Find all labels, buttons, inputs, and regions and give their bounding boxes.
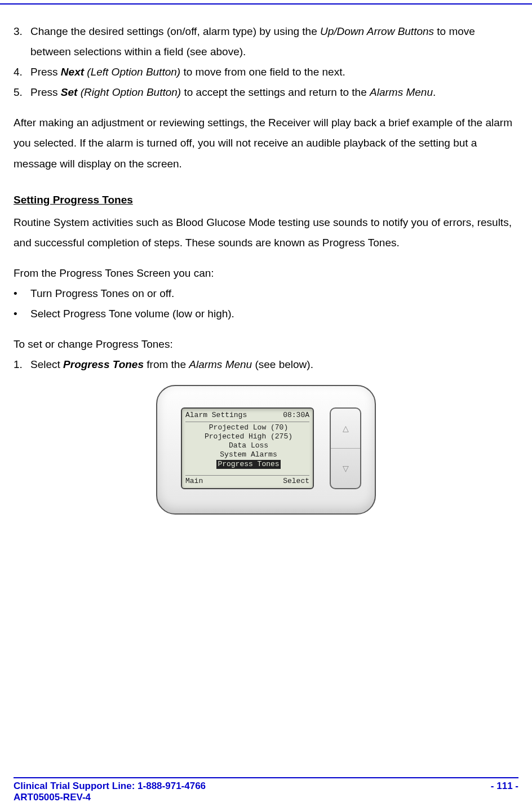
step-5: 5. Press Set (Right Option Button) to ac… (14, 82, 518, 103)
triangle-down-icon: ▽ (343, 461, 349, 476)
softkey-left: Main (185, 477, 203, 486)
emphasis: Up/Down Arrow Buttons (320, 25, 434, 37)
device-illustration: Alarm Settings 08:30A Projected Low (70)… (14, 385, 518, 521)
step-number: 3. (14, 21, 30, 62)
section-heading: Setting Progress Tones (14, 190, 518, 210)
footer-rule (14, 777, 518, 778)
menu-item: System Alarms (188, 450, 309, 459)
text: to move from one field to the next. (180, 66, 345, 78)
text: Press (30, 86, 61, 98)
bullet-item: • Turn Progress Tones on or off. (14, 283, 518, 304)
paragraph-playback: After making an adjustment or reviewing … (14, 113, 518, 174)
text: Select (30, 358, 63, 370)
step-body: Press Next (Left Option Button) to move … (30, 62, 518, 82)
bullet-icon: • (14, 304, 30, 324)
menu-item: Data Loss (188, 441, 309, 450)
arrow-button-column: △ ▽ (330, 407, 361, 489)
lead-text: From the Progress Tones Screen you can: (14, 263, 518, 283)
text: Press (30, 66, 61, 78)
softkey-row: Main Select (185, 475, 309, 486)
screen-title-row: Alarm Settings 08:30A (185, 411, 309, 422)
down-arrow-button: ▽ (331, 449, 360, 488)
step-number: 1. (14, 354, 30, 375)
screen-title: Alarm Settings (185, 411, 247, 420)
emphasis-strong: Next (61, 66, 84, 78)
text: . (433, 86, 436, 98)
text: to accept the settings and return to the (181, 86, 370, 98)
emphasis: (Right Option Button) (77, 86, 181, 98)
selected-highlight: Progress Tones (216, 460, 280, 469)
emphasis: Alarms Menu (370, 86, 433, 98)
step-3: 3. Change the desired settings (on/off, … (14, 21, 518, 62)
emphasis-strong: Progress Tones (63, 358, 144, 370)
footer-page-number: - 111 - (491, 781, 518, 792)
triangle-up-icon: △ (343, 421, 349, 436)
text: Change the desired settings (on/off, ala… (30, 25, 320, 37)
bullet-text: Select Progress Tone volume (low or high… (30, 304, 234, 324)
instruction-list-continued: 3. Change the desired settings (on/off, … (14, 21, 518, 103)
paragraph-progress-tones-intro: Routine System activities such as Blood … (14, 212, 518, 253)
screen-time: 08:30A (283, 411, 309, 420)
step-1: 1. Select Progress Tones from the Alarms… (14, 354, 518, 375)
screen-menu: Projected Low (70) Projected High (275) … (185, 423, 309, 469)
receiver-device: Alarm Settings 08:30A Projected Low (70)… (156, 385, 376, 515)
menu-item: Projected Low (70) (188, 423, 309, 432)
text: from the (144, 358, 189, 370)
bullet-item: • Select Progress Tone volume (low or hi… (14, 304, 518, 324)
footer-row-1: Clinical Trial Support Line: 1-888-971-4… (14, 781, 518, 792)
device-screen: Alarm Settings 08:30A Projected Low (70)… (181, 407, 314, 489)
lead-text: To set or change Progress Tones: (14, 334, 518, 354)
instruction-list-progress: 1. Select Progress Tones from the Alarms… (14, 354, 518, 375)
menu-item: Projected High (275) (188, 432, 309, 441)
page-content: 3. Change the desired settings (on/off, … (0, 5, 532, 522)
step-number: 5. (14, 82, 30, 103)
up-arrow-button: △ (331, 409, 360, 449)
bullet-text: Turn Progress Tones on or off. (30, 283, 174, 304)
bullet-icon: • (14, 283, 30, 304)
step-body: Press Set (Right Option Button) to accep… (30, 82, 518, 103)
step-number: 4. (14, 62, 30, 82)
menu-item-selected: Progress Tones (188, 460, 309, 469)
step-body: Change the desired settings (on/off, ala… (30, 21, 518, 62)
footer-doc-id: ART05005-REV-4 (14, 792, 518, 803)
emphasis: (Left Option Button) (84, 66, 180, 78)
emphasis: Alarms Menu (189, 358, 252, 370)
bullet-list: • Turn Progress Tones on or off. • Selec… (14, 283, 518, 324)
softkey-right: Select (283, 477, 309, 486)
text: (see below). (252, 358, 313, 370)
page-footer: Clinical Trial Support Line: 1-888-971-4… (0, 777, 532, 803)
footer-support-line: Clinical Trial Support Line: 1-888-971-4… (14, 781, 206, 792)
emphasis-strong: Set (61, 86, 78, 98)
step-body: Select Progress Tones from the Alarms Me… (30, 354, 518, 375)
step-4: 4. Press Next (Left Option Button) to mo… (14, 62, 518, 82)
